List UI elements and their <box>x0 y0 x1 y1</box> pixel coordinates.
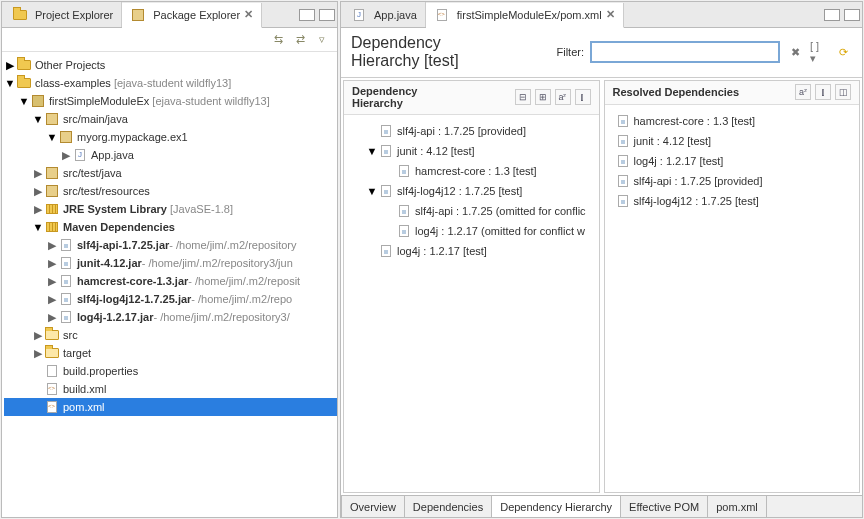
tab-effective-pom[interactable]: Effective POM <box>621 496 708 517</box>
tree-label: build.properties <box>63 365 138 377</box>
collapse-all-icon[interactable]: ⇆ <box>271 33 285 47</box>
page-title: Dependency Hierarchy [test] <box>351 34 459 71</box>
tree-item-src-test-resources[interactable]: ▶ src/test/resources <box>4 182 337 200</box>
filter-area: Filter: ✖ [ ] ▾ ⟳ <box>557 41 853 63</box>
tree-item-build-xml[interactable]: build.xml <box>4 380 337 398</box>
maximize-button[interactable] <box>844 9 860 21</box>
tree-info: [JavaSE-1.8] <box>170 203 233 215</box>
source-folder-icon <box>44 165 60 181</box>
dependency-row[interactable]: slf4j-api : 1.7.25 [provided] <box>348 121 595 141</box>
tree-label: pom.xml <box>63 401 105 413</box>
panel-title: Resolved Dependencies <box>613 86 740 98</box>
tree-item-jar[interactable]: ▶ hamcrest-core-1.3.jar - /home/jim/.m2/… <box>4 272 337 290</box>
tree-item-jar[interactable]: ▶ junit-4.12.jar - /home/jim/.m2/reposit… <box>4 254 337 272</box>
tree-label: hamcrest-core-1.3.jar <box>77 275 188 287</box>
tab-dependencies[interactable]: Dependencies <box>405 496 492 517</box>
tree-label: Other Projects <box>35 59 105 71</box>
tree-item-src-test-java[interactable]: ▶ src/test/java <box>4 164 337 182</box>
expand-all-icon[interactable]: ⊞ <box>535 89 551 105</box>
editor-tab-bar: App.java firstSimpleModuleEx/pom.xml ✕ <box>341 2 862 28</box>
jar-icon <box>58 291 74 307</box>
filter-icon[interactable]: ⫿ <box>575 89 591 105</box>
resolved-row[interactable]: slf4j-log4j12 : 1.7.25 [test] <box>609 191 856 211</box>
minimize-button[interactable] <box>299 9 315 21</box>
resolved-row[interactable]: junit : 4.12 [test] <box>609 131 856 151</box>
view-menu-icon[interactable]: ▿ <box>315 33 329 47</box>
tab-package-explorer[interactable]: Package Explorer ✕ <box>122 3 262 28</box>
dependency-row[interactable]: ▼slf4j-log4j12 : 1.7.25 [test] <box>348 181 595 201</box>
resolved-list[interactable]: hamcrest-core : 1.3 [test]junit : 4.12 [… <box>605 105 860 492</box>
tab-pom-xml[interactable]: pom.xml <box>708 496 767 517</box>
dependency-row[interactable]: hamcrest-core : 1.3 [test] <box>348 161 595 181</box>
tree-item-maven-deps[interactable]: ▼ Maven Dependencies <box>4 218 337 236</box>
package-icon <box>130 7 146 23</box>
dependency-tree[interactable]: slf4j-api : 1.7.25 [provided]▼junit : 4.… <box>344 115 599 492</box>
refresh-icon[interactable]: ⟳ <box>834 43 852 61</box>
close-icon[interactable]: ✕ <box>606 8 615 21</box>
tab-overview[interactable]: Overview <box>341 496 405 517</box>
jar-icon <box>378 183 394 199</box>
dependency-row[interactable]: slf4j-api : 1.7.25 (omitted for conflic <box>348 201 595 221</box>
scope-button[interactable]: [ ] ▾ <box>810 43 828 61</box>
panel-header: Resolved Dependencies aᶻ ⫿ ◫ <box>605 81 860 105</box>
tab-label: Overview <box>350 501 396 513</box>
pom-file-icon <box>44 399 60 415</box>
dependency-label: slf4j-log4j12 : 1.7.25 [test] <box>397 185 522 197</box>
sort-icon[interactable]: aᶻ <box>555 89 571 105</box>
tab-project-explorer[interactable]: Project Explorer <box>4 2 122 27</box>
tree-info: - /home/jim/.m2/repository3/ <box>153 311 289 323</box>
tree-item-jar[interactable]: ▶ slf4j-log4j12-1.7.25.jar - /home/jim/.… <box>4 290 337 308</box>
tree-label: firstSimpleModuleEx <box>49 95 149 107</box>
jar-icon <box>396 203 412 219</box>
clear-filter-icon[interactable]: ✖ <box>786 43 804 61</box>
minimize-button[interactable] <box>824 9 840 21</box>
tree-item-src[interactable]: ▶ src <box>4 326 337 344</box>
filter-input[interactable] <box>590 41 780 63</box>
tree-item-package[interactable]: ▼ myorg.mypackage.ex1 <box>4 128 337 146</box>
source-folder-icon <box>44 183 60 199</box>
dependency-label: slf4j-log4j12 : 1.7.25 [test] <box>634 195 759 207</box>
resolved-row[interactable]: slf4j-api : 1.7.25 [provided] <box>609 171 856 191</box>
close-icon[interactable]: ✕ <box>244 8 253 21</box>
dependency-label: slf4j-api : 1.7.25 (omitted for conflic <box>415 205 586 217</box>
jar-icon <box>378 143 394 159</box>
tab-dependency-hierarchy[interactable]: Dependency Hierarchy <box>492 496 621 517</box>
tree-label: JRE System Library <box>63 203 167 215</box>
tree-item-first-module[interactable]: ▼ firstSimpleModuleEx [ejava-student wil… <box>4 92 337 110</box>
collapse-all-icon[interactable]: ⊟ <box>515 89 531 105</box>
dependency-row[interactable]: ▼junit : 4.12 [test] <box>348 141 595 161</box>
tab-label: Dependency Hierarchy <box>500 501 612 513</box>
filter-icon[interactable]: ◫ <box>835 84 851 100</box>
dependency-row[interactable]: log4j : 1.2.17 [test] <box>348 241 595 261</box>
tree-label: build.xml <box>63 383 106 395</box>
jar-icon <box>615 133 631 149</box>
group-icon[interactable]: ⫿ <box>815 84 831 100</box>
tree-item-jar[interactable]: ▶ slf4j-api-1.7.25.jar - /home/jim/.m2/r… <box>4 236 337 254</box>
tree-item-target[interactable]: ▶ target <box>4 344 337 362</box>
editor-tab-pom-xml[interactable]: firstSimpleModuleEx/pom.xml ✕ <box>426 3 624 28</box>
sort-icon[interactable]: aᶻ <box>795 84 811 100</box>
tree-item-pom-xml[interactable]: pom.xml <box>4 398 337 416</box>
tree-item-src-main-java[interactable]: ▼ src/main/java <box>4 110 337 128</box>
dependency-label: log4j : 1.2.17 [test] <box>634 155 724 167</box>
tree-item-jre[interactable]: ▶ JRE System Library [JavaSE-1.8] <box>4 200 337 218</box>
tab-label: Effective POM <box>629 501 699 513</box>
package-icon <box>58 129 74 145</box>
tree-item-app-java[interactable]: ▶ App.java <box>4 146 337 164</box>
link-editor-icon[interactable]: ⇄ <box>293 33 307 47</box>
folder-icon <box>44 327 60 343</box>
dependency-row[interactable]: log4j : 1.2.17 (omitted for conflict w <box>348 221 595 241</box>
tree-item-build-properties[interactable]: build.properties <box>4 362 337 380</box>
jar-icon <box>58 237 74 253</box>
xml-file-icon <box>44 381 60 397</box>
editor-tab-app-java[interactable]: App.java <box>343 2 426 27</box>
editor-view: App.java firstSimpleModuleEx/pom.xml ✕ D… <box>340 1 863 518</box>
tree-item-other-projects[interactable]: ▶ Other Projects <box>4 56 337 74</box>
tree-item-jar[interactable]: ▶ log4j-1.2.17.jar - /home/jim/.m2/repos… <box>4 308 337 326</box>
package-explorer-tree[interactable]: ▶ Other Projects ▼ class-examples [ejava… <box>2 52 337 517</box>
tree-item-class-examples[interactable]: ▼ class-examples [ejava-student wildfly1… <box>4 74 337 92</box>
resolved-row[interactable]: log4j : 1.2.17 [test] <box>609 151 856 171</box>
resolved-row[interactable]: hamcrest-core : 1.3 [test] <box>609 111 856 131</box>
source-folder-icon <box>44 111 60 127</box>
maximize-button[interactable] <box>319 9 335 21</box>
